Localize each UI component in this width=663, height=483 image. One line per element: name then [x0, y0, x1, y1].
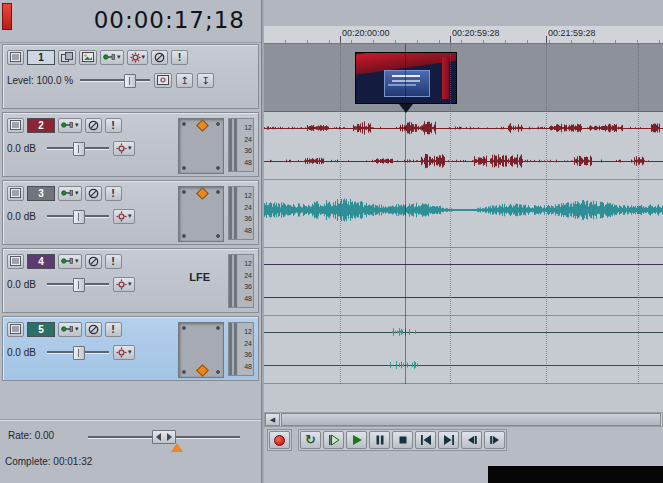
track-list-icon[interactable]: [7, 254, 24, 269]
solo-icon[interactable]: !: [105, 254, 122, 269]
track-list-icon[interactable]: [7, 322, 24, 337]
dropdown-icon: ▾: [75, 121, 79, 129]
waveform-track-4[interactable]: [264, 248, 663, 315]
audio-track-lane-4[interactable]: [264, 248, 663, 316]
track-fx-icon[interactable]: ▾: [58, 118, 82, 133]
pan-position-marker[interactable]: [196, 364, 209, 377]
volume-value: 0.0 dB: [7, 211, 43, 222]
pause-icon: [374, 434, 386, 446]
audio-track-lane-5[interactable]: [264, 316, 663, 384]
rate-slider-thumb[interactable]: [152, 430, 176, 444]
track-list-icon[interactable]: [7, 50, 24, 65]
track-number-badge[interactable]: 2: [27, 118, 55, 133]
meter-scale-value: 12: [244, 124, 252, 131]
compositing-mode-icon[interactable]: [58, 50, 76, 65]
volume-slider-thumb[interactable]: [73, 142, 85, 156]
transport-next-frame-button[interactable]: [484, 431, 505, 449]
track-header-1[interactable]: 1 ▾ ▾ ! Level: 100.0 % ↥ ↧: [2, 44, 259, 109]
desktop-background: [488, 466, 663, 483]
playhead-marker[interactable]: [399, 104, 413, 113]
track-header-4[interactable]: 4 ▾ ! 0.0 dB ▾ LFE 12243648: [2, 248, 259, 313]
transport-loop-button[interactable]: ↻: [300, 431, 321, 449]
timeline-scrollbar[interactable]: ◀: [264, 412, 663, 427]
track-header-3[interactable]: 3 ▾ ! 0.0 dB ▾ 12243648: [2, 180, 259, 245]
automation-settings-icon[interactable]: ▾: [113, 277, 135, 292]
transport-pause-button[interactable]: [369, 431, 390, 449]
automation-settings-icon[interactable]: ▾: [113, 345, 135, 360]
meter-scale-value: 48: [244, 159, 252, 166]
track-list-icon[interactable]: [7, 186, 24, 201]
surround-pan-control[interactable]: [178, 322, 224, 378]
waveform-track-3[interactable]: [264, 180, 663, 247]
go-to-end-icon: [443, 434, 455, 446]
timecode-display[interactable]: 00:00:17;18: [20, 7, 245, 33]
track-number-badge[interactable]: 4: [27, 254, 55, 269]
audio-track-lane-3[interactable]: [264, 180, 663, 248]
track-fx-icon[interactable]: ▾: [58, 254, 82, 269]
transport-go-to-end-button[interactable]: [438, 431, 459, 449]
track-header-2[interactable]: 2 ▾ ! 0.0 dB ▾ 12243648: [2, 112, 259, 177]
solo-icon[interactable]: !: [171, 50, 188, 65]
track-motion-icon[interactable]: [79, 50, 97, 65]
video-fx-icon[interactable]: [154, 73, 172, 88]
volume-slider-thumb[interactable]: [73, 346, 85, 360]
audio-track-lane-2[interactable]: [264, 112, 663, 180]
surround-pan-control[interactable]: [178, 186, 224, 242]
dropdown-icon: ▾: [75, 257, 79, 265]
mute-icon[interactable]: [151, 50, 168, 65]
track-fx-icon[interactable]: ▾: [100, 50, 124, 65]
transport-stop-button[interactable]: [392, 431, 413, 449]
track-number-badge[interactable]: 3: [27, 186, 55, 201]
track-header-5[interactable]: 5 ▾ ! 0.0 dB ▾ 12243648: [2, 316, 259, 381]
mute-icon[interactable]: [85, 186, 102, 201]
track-number-badge[interactable]: 5: [27, 322, 55, 337]
waveform-track-5[interactable]: [264, 316, 663, 383]
pan-position-marker[interactable]: [196, 119, 209, 132]
transport-prev-frame-button[interactable]: [461, 431, 482, 449]
track-list-icon[interactable]: [7, 118, 24, 133]
level-slider-thumb[interactable]: [124, 74, 136, 88]
automation-settings-icon[interactable]: ▾: [127, 50, 149, 65]
volume-slider[interactable]: [47, 345, 109, 359]
volume-slider-thumb[interactable]: [73, 210, 85, 224]
mute-icon[interactable]: [85, 254, 102, 269]
meter-scale-value: 12: [244, 328, 252, 335]
level-slider[interactable]: [80, 73, 150, 87]
track-fx-icon[interactable]: ▾: [58, 322, 82, 337]
pan-position-marker[interactable]: [196, 187, 209, 200]
track4-buttons: 4 ▾ !: [7, 253, 122, 269]
volume-slider-thumb[interactable]: [73, 278, 85, 292]
timeline-empty-area[interactable]: [264, 384, 663, 412]
video-event-thumbnail[interactable]: [355, 52, 457, 104]
solo-icon[interactable]: !: [105, 322, 122, 337]
volume-slider[interactable]: [47, 141, 109, 155]
make-compositing-child-icon[interactable]: ↧: [197, 73, 214, 88]
track2-volume-row: 0.0 dB ▾: [7, 140, 135, 156]
transport-play-button[interactable]: [346, 431, 367, 449]
meter-scale-value: 48: [244, 295, 252, 302]
meter-bars: [229, 187, 238, 239]
mute-icon[interactable]: [85, 322, 102, 337]
scroll-left-button[interactable]: ◀: [265, 413, 280, 426]
waveform-track-2[interactable]: [264, 112, 663, 179]
volume-slider[interactable]: [47, 277, 109, 291]
video-track-lane[interactable]: [264, 44, 663, 112]
transport-record-button[interactable]: [269, 431, 290, 449]
track-fx-icon[interactable]: ▾: [58, 186, 82, 201]
transport-play-from-start-button[interactable]: [323, 431, 344, 449]
rate-label: Rate: 0.00: [8, 430, 54, 441]
playhead-line[interactable]: [405, 44, 406, 384]
volume-slider[interactable]: [47, 209, 109, 223]
scrollbar-thumb[interactable]: [281, 413, 661, 426]
mute-icon[interactable]: [85, 118, 102, 133]
make-compositing-parent-icon[interactable]: ↥: [176, 73, 193, 88]
transport-go-to-start-button[interactable]: [415, 431, 436, 449]
automation-settings-icon[interactable]: ▾: [113, 141, 135, 156]
track-number-badge[interactable]: 1: [27, 50, 55, 65]
solo-icon[interactable]: !: [105, 186, 122, 201]
automation-settings-icon[interactable]: ▾: [113, 209, 135, 224]
ruler[interactable]: 00:20:00:0000:20:59:2800:21:59:28: [264, 26, 663, 44]
scroll-left-icon: ◀: [270, 416, 275, 423]
surround-pan-control[interactable]: [178, 118, 224, 174]
solo-icon[interactable]: !: [105, 118, 122, 133]
